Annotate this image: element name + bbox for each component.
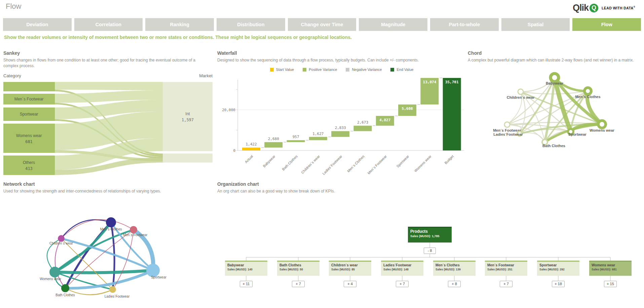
svg-text:681: 681 <box>25 139 33 144</box>
tab-magnitude[interactable]: Magnitude <box>359 18 427 31</box>
sankey-node-womens-wear[interactable] <box>3 124 55 153</box>
bar-value-label: 4,827 <box>379 118 390 122</box>
org-expand-button-babywear[interactable]: + 11 <box>240 281 253 287</box>
tab-correlation[interactable]: Correlation <box>74 18 143 31</box>
chord-node-men-s-footwear[interactable] <box>504 122 510 127</box>
qlik-wordmark: Qlik <box>573 3 589 13</box>
network-link[interactable] <box>61 220 134 238</box>
org-node-children-s-wear[interactable]: Children´s wearSales (MUSD): 85 <box>329 261 371 276</box>
network-node-label: Ladies´Footwear <box>105 295 130 298</box>
waterfall-bar-actual[interactable] <box>242 147 260 150</box>
tab-spatial[interactable]: Spatial <box>501 18 570 31</box>
org-node-bath-clothes[interactable]: Bath ClothesSales (MUSD): 50 <box>277 261 319 276</box>
org-node-kpi: Sales (MUSD): 148 <box>381 267 423 271</box>
waterfall-bar-budget[interactable] <box>443 78 461 150</box>
network-node-label: Sportwear <box>151 275 166 279</box>
org-node-title: Men´s Footwear <box>485 262 527 267</box>
tab-flow[interactable]: Flow <box>572 18 641 31</box>
x-category-label: Children´s wear <box>300 154 321 175</box>
org-expand-button-sportwear[interactable]: + 18 <box>552 281 565 287</box>
org-node-men-s-footwear[interactable]: Men´s FootwearSales (MUSD): 251 <box>485 261 527 276</box>
network-node-sportwear[interactable] <box>146 264 160 277</box>
tab-deviation[interactable]: Deviation <box>3 18 72 31</box>
network-node-children-s-wear[interactable] <box>58 235 65 242</box>
chord-description: A complex but powerful diagram which can… <box>468 57 636 63</box>
chord-chart[interactable]: BabywearMen´s ClothesChildren´s wearMen´… <box>468 69 644 148</box>
org-expand-button-children-s-wear[interactable]: + 4 <box>344 281 356 287</box>
legend-item-positive-variance[interactable]: Positive Variance <box>303 68 337 72</box>
chord-node-men-s-clothes[interactable] <box>584 88 591 94</box>
network-link[interactable] <box>111 222 114 290</box>
org-node-babywear[interactable]: BabywearSales (MUSD): 140 <box>225 261 267 276</box>
x-category-label: Actual <box>244 154 254 164</box>
network-link[interactable] <box>61 238 153 270</box>
org-expand-button-bath-clothes[interactable]: + 7 <box>292 281 305 287</box>
network-title: Network chart <box>3 181 212 187</box>
waterfall-bar-men-s-clothes[interactable] <box>354 126 372 131</box>
org-node-kpi: Sales (MUSD): 1,785 <box>408 234 452 238</box>
org-expand-button-men-s-clothes[interactable]: + 8 <box>448 281 461 287</box>
waterfall-bar-babywear[interactable] <box>264 142 282 147</box>
x-category-label: Men´s Footwear <box>367 154 387 175</box>
org-node-womens-wear[interactable]: Womens wearSales (MUSD): 681 <box>589 261 632 276</box>
org-node-ladies-footwear[interactable]: Ladies´FootwearSales (MUSD): 148 <box>381 261 423 276</box>
tab-ranking[interactable]: Ranking <box>145 18 214 31</box>
legend-swatch <box>346 68 349 72</box>
network-node-womens-wear[interactable] <box>49 267 60 277</box>
tab-distribution[interactable]: Distribution <box>217 18 285 31</box>
org-node-products[interactable]: ProductsSales (MUSD): 1,785 <box>408 227 452 243</box>
bar-value-label: 1,422 <box>245 142 257 146</box>
tab-change-over-time[interactable]: Change over Time <box>288 18 356 31</box>
sankey-node-int[interactable] <box>163 82 213 151</box>
legend-swatch <box>270 68 274 72</box>
network-chart[interactable]: Men´s ClothesMen´s FootwearChildren´s we… <box>20 198 195 308</box>
chord-node-children-s-wear[interactable] <box>518 89 523 94</box>
x-category-label: Sportwear <box>395 154 410 169</box>
legend-item-end-value[interactable]: End Value <box>390 68 413 72</box>
org-collapse-button[interactable]: - 8 <box>424 248 436 254</box>
waterfall-chart[interactable]: 020,0001,422Actual2,680Babywear957Bath C… <box>217 76 466 183</box>
org-expand-button-men-s-footwear[interactable]: + 7 <box>500 281 513 287</box>
y-tick-label: 20,000 <box>222 108 235 112</box>
network-node-ladies-footwear[interactable] <box>109 286 116 293</box>
svg-text:413: 413 <box>25 166 33 171</box>
org-node-title: Products <box>408 228 452 234</box>
legend-item-negative-variance[interactable]: Negative Variance <box>346 68 382 72</box>
org-expand-button-ladies-footwear[interactable]: + 7 <box>396 281 409 287</box>
bar-value-label: 957 <box>293 135 299 139</box>
sankey-title: Sankey <box>3 50 205 56</box>
org-node-sportwear[interactable]: SportwearSales (MUSD): 292 <box>537 261 579 276</box>
org-node-men-s-clothes[interactable]: Men´s ClothesSales (MUSD): 139 <box>433 261 476 276</box>
chord-node-womens-wear[interactable] <box>598 121 606 128</box>
org-node-kpi: Sales (MUSD): 139 <box>433 267 476 271</box>
network-node-bath-clothes[interactable] <box>61 284 69 292</box>
tab-part-to-whole[interactable]: Part-to-whole <box>430 18 499 31</box>
sankey-flow[interactable] <box>55 82 163 90</box>
chord-node-label: Men´s Footwear <box>493 128 521 132</box>
waterfall-bar-bath-clothes[interactable] <box>287 140 305 142</box>
legend-item-start-value[interactable]: Start Value <box>270 68 294 72</box>
chord-link[interactable] <box>520 133 545 142</box>
sankey-node-unlabeled[interactable] <box>163 153 213 163</box>
chord-node-label: Ladies´Footwear <box>493 132 523 136</box>
chord-node-label: Bath Clothes <box>542 144 565 148</box>
bar-value-label: 2,833 <box>335 126 346 130</box>
qlik-logo: Qlik Q LEAD WITH DATA® <box>573 3 635 13</box>
network-node-men-s-clothes[interactable] <box>106 217 116 227</box>
network-node-label: Womens wear <box>40 277 61 281</box>
sankey-description: Shows changes in flows from one conditio… <box>3 57 205 69</box>
network-link[interactable] <box>55 270 153 273</box>
org-expand-button-womens-wear[interactable]: + 15 <box>604 281 617 287</box>
waterfall-bar-children-s-wear[interactable] <box>309 137 327 140</box>
network-node-men-s-footwear[interactable] <box>130 226 137 233</box>
org-node-title: Men´s Clothes <box>433 262 476 267</box>
chord-node-babywear[interactable] <box>551 74 559 82</box>
legend-label: Start Value <box>276 68 294 72</box>
waterfall-bar-ladies-footwear[interactable] <box>331 131 349 137</box>
sankey-node-unlabeled[interactable] <box>3 82 55 91</box>
sankey-chart[interactable]: CategoryMarketMen´s FootwearSportwearWom… <box>3 72 214 176</box>
sankey-node-others[interactable] <box>3 156 55 175</box>
org-node-title: Womens wear <box>589 262 632 267</box>
network-section-header: Network chart Used for showing the stren… <box>3 181 212 194</box>
nav-tabs: DeviationCorrelationRankingDistributionC… <box>3 18 641 31</box>
